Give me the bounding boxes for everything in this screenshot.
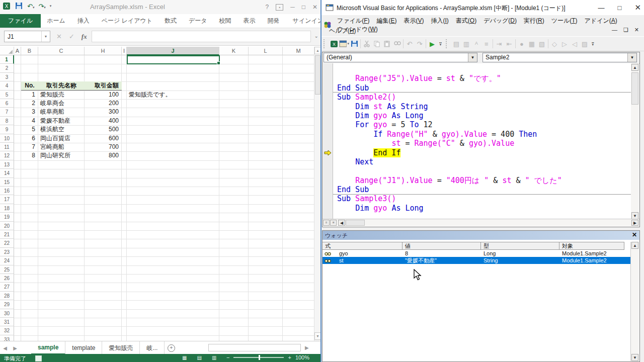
row-header-20[interactable]: 20: [0, 222, 14, 230]
scroll-down-icon[interactable]: ▼: [631, 212, 638, 219]
toolbar-overflow-icon[interactable]: ••▾: [439, 42, 442, 46]
namebox-dropdown-icon[interactable]: ▼: [41, 31, 50, 42]
row-header-16[interactable]: 16: [0, 187, 14, 195]
zoom-in-icon[interactable]: +: [288, 354, 291, 360]
ribbon-tab[interactable]: 開発: [262, 14, 286, 28]
fill-handle[interactable]: [217, 61, 220, 65]
scroll-left-icon[interactable]: ◀: [338, 220, 345, 226]
zoom-slider[interactable]: [233, 357, 284, 358]
row-header-15[interactable]: 15: [0, 178, 14, 187]
row-header-23[interactable]: 23: [0, 248, 14, 256]
row-header-31[interactable]: 31: [0, 318, 14, 326]
watch-type[interactable]: String: [481, 257, 559, 264]
scroll-down-icon[interactable]: ▼: [631, 354, 638, 361]
watch-vscrollbar[interactable]: ▲ ▼: [630, 242, 639, 361]
edit-toolbar-icon-2[interactable]: ᴬ: [471, 39, 481, 48]
ribbon-tab[interactable]: ページ レイアウト: [96, 14, 158, 28]
edit-toolbar-icon-1[interactable]: ▥: [461, 39, 471, 48]
grid-cell-B4[interactable]: No.: [21, 81, 38, 90]
ribbon-tab[interactable]: ホーム: [41, 14, 71, 28]
edit-toolbar-icon-6[interactable]: ●: [517, 39, 527, 48]
grid-cell-H7[interactable]: 300: [85, 108, 122, 116]
edit-toolbar-icon-0[interactable]: ▤: [451, 39, 461, 48]
grid-cell-B11[interactable]: 7: [21, 143, 38, 151]
row-header-26[interactable]: 26: [0, 274, 14, 283]
menu-item[interactable]: アドイン(A): [581, 16, 621, 25]
insert-function-icon[interactable]: fx: [82, 33, 87, 41]
ribbon-tab[interactable]: 校閲: [213, 14, 237, 28]
undo-icon[interactable]: ↶: [405, 39, 415, 48]
watch-context[interactable]: Module1.Sample2: [559, 250, 632, 257]
row-header-5[interactable]: 5: [0, 90, 14, 99]
row-header-10[interactable]: 10: [0, 134, 14, 143]
row-header-32[interactable]: 32: [0, 326, 14, 335]
edit-toolbar-icon-7[interactable]: ▦: [527, 39, 537, 48]
column-header-A[interactable]: A: [14, 47, 21, 55]
row-header-6[interactable]: 6: [0, 99, 14, 108]
redo-icon[interactable]: ↷: [415, 39, 425, 48]
row-header-3[interactable]: 3: [0, 73, 14, 81]
sheet-tab[interactable]: 愛知販売: [102, 341, 140, 354]
help-icon[interactable]: ?: [265, 4, 269, 11]
watch-expression[interactable]: gyo: [337, 250, 403, 257]
selected-cell-J1[interactable]: [127, 55, 220, 64]
row-header-21[interactable]: 21: [0, 230, 14, 239]
watch-context[interactable]: Module1.Sample2: [559, 257, 632, 264]
column-header-K[interactable]: K: [219, 47, 249, 55]
row-header-24[interactable]: 24: [0, 256, 14, 265]
grid-cell-J5[interactable]: 愛知販売です。: [127, 90, 219, 99]
hscroll-thumb[interactable]: [346, 220, 365, 226]
grid-cell-C10[interactable]: 岡山百貨店: [38, 134, 85, 143]
column-header-H[interactable]: H: [85, 47, 122, 55]
combo-dropdown-icon[interactable]: ▼: [468, 53, 477, 62]
column-header-C[interactable]: C: [38, 47, 85, 55]
column-header-L[interactable]: L: [249, 47, 283, 55]
ribbon-tab[interactable]: 数式: [158, 14, 183, 28]
paste-icon[interactable]: [382, 39, 392, 48]
code-hscrollbar[interactable]: = ≡ ◀ ▶: [323, 219, 639, 226]
row-header-27[interactable]: 27: [0, 283, 14, 291]
menu-item[interactable]: 表示(V): [400, 16, 427, 25]
row-header-19[interactable]: 19: [0, 213, 14, 221]
watch-column-header[interactable]: 型: [481, 242, 559, 250]
combo-dropdown-icon[interactable]: ▼: [627, 53, 636, 62]
ribbon-tab[interactable]: ファイル: [0, 14, 41, 28]
mdi-close-icon[interactable]: ✕: [634, 27, 639, 33]
grid-cell-C6[interactable]: 岐阜商会: [38, 99, 85, 108]
row-header-13[interactable]: 13: [0, 160, 14, 169]
ribbon-tab[interactable]: 挿入: [71, 14, 96, 28]
row-header-28[interactable]: 28: [0, 292, 14, 300]
edit-toolbar-icon-9[interactable]: ◇: [549, 39, 559, 48]
grid-cell-C12[interactable]: 岡山研究所: [38, 151, 85, 160]
row-header-2[interactable]: 2: [0, 64, 14, 72]
menu-item[interactable]: 書式(O): [452, 16, 480, 25]
page-layout-view-icon[interactable]: ▤: [197, 355, 201, 360]
watch-expression[interactable]: st: [337, 257, 403, 264]
mdi-restore-icon[interactable]: ❏: [623, 27, 628, 33]
ribbon-tab[interactable]: データ: [183, 14, 213, 28]
page-break-view-icon[interactable]: ▥: [212, 355, 216, 360]
zoom-level-label[interactable]: 100%: [295, 354, 309, 360]
edit-toolbar-icon-11[interactable]: ◁: [570, 39, 580, 48]
close-icon[interactable]: ✕: [634, 3, 641, 12]
insert-userform-icon[interactable]: ▾: [339, 39, 349, 48]
maximize-icon[interactable]: □: [618, 4, 622, 12]
vscroll-thumb[interactable]: [631, 72, 638, 105]
scroll-up-icon[interactable]: ▲: [314, 47, 320, 54]
grid-cell-C5[interactable]: 愛知販売: [38, 90, 85, 99]
edit-toolbar-icon-8[interactable]: ▧: [537, 39, 547, 48]
toolbar-overflow-icon[interactable]: ••▾: [592, 42, 594, 46]
save-icon[interactable]: [349, 39, 359, 48]
ribbon-tab[interactable]: 表示: [237, 14, 262, 28]
watch-value[interactable]: 8: [403, 250, 481, 257]
grid-cell-H6[interactable]: 200: [85, 99, 122, 108]
menu-item[interactable]: ツール(T): [548, 16, 581, 25]
watch-close-icon[interactable]: ✕: [630, 231, 638, 239]
sheet-nav-right-icon[interactable]: ▶: [10, 341, 20, 354]
menu-item[interactable]: 挿入(I): [428, 16, 452, 25]
sheet-tab[interactable]: 岐...: [140, 341, 165, 354]
row-header-17[interactable]: 17: [0, 195, 14, 204]
column-header-B[interactable]: B: [21, 47, 38, 55]
formula-input[interactable]: [92, 31, 311, 42]
watch-row[interactable]: gyo8LongModule1.Sample2: [323, 250, 632, 257]
